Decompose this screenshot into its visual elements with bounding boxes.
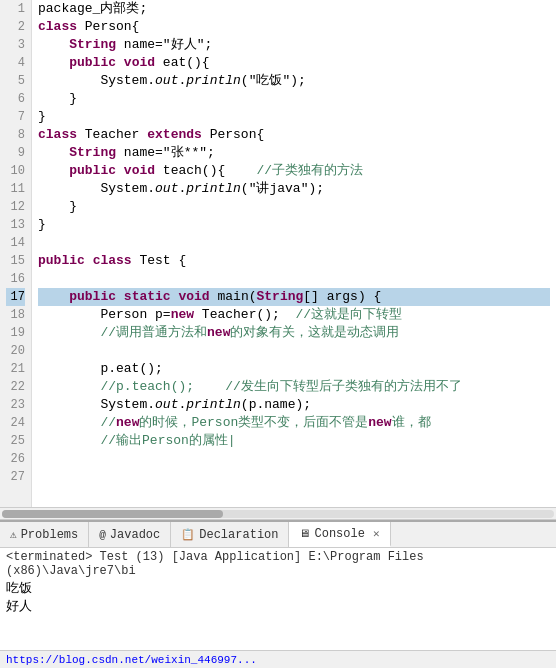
tab-declaration[interactable]: 📋Declaration xyxy=(171,522,289,547)
status-text: https://blog.csdn.net/weixin_446997... xyxy=(6,654,257,666)
console-output: 吃饭好人 xyxy=(6,580,550,616)
tab-console[interactable]: 🖥Console✕ xyxy=(289,522,390,547)
bottom-panel: ⚠Problems@ Javadoc📋Declaration🖥Console✕ … xyxy=(0,520,556,650)
code-container: 1234567891011121314151617181920212223242… xyxy=(0,0,556,507)
horizontal-scrollbar[interactable] xyxy=(0,507,556,519)
javadoc-icon: @ xyxy=(99,529,106,541)
tab-problems[interactable]: ⚠Problems xyxy=(0,522,89,547)
declaration-icon: 📋 xyxy=(181,528,195,541)
scrollbar-track[interactable] xyxy=(2,510,554,518)
code-content[interactable]: package_内部类;class Person{ String name="好… xyxy=(32,0,556,507)
status-bar: https://blog.csdn.net/weixin_446997... xyxy=(0,650,556,668)
problems-icon: ⚠ xyxy=(10,528,17,541)
console-header: <terminated> Test (13) [Java Application… xyxy=(6,550,550,578)
console-area: <terminated> Test (13) [Java Application… xyxy=(0,548,556,650)
line-numbers: 1234567891011121314151617181920212223242… xyxy=(0,0,32,507)
tab-javadoc[interactable]: @ Javadoc xyxy=(89,522,171,547)
tabs-bar: ⚠Problems@ Javadoc📋Declaration🖥Console✕ xyxy=(0,522,556,548)
scrollbar-thumb[interactable] xyxy=(2,510,223,518)
editor-area: 1234567891011121314151617181920212223242… xyxy=(0,0,556,520)
console-icon: 🖥 xyxy=(299,527,310,540)
